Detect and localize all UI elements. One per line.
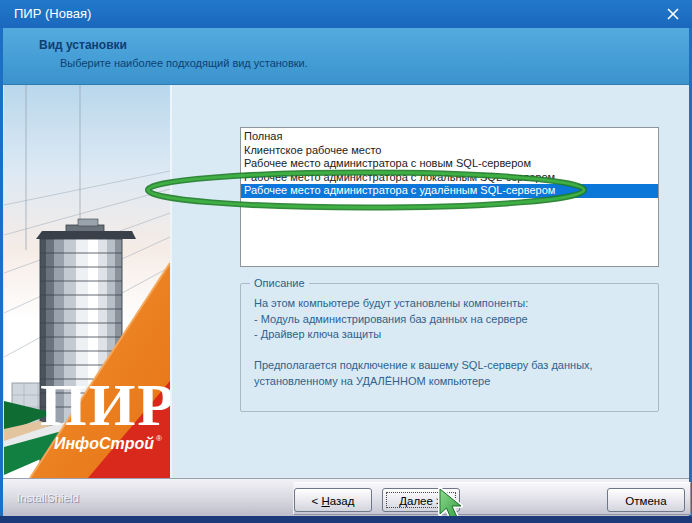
list-item-admin-remote-sql[interactable]: Рабочее место администратора с удалённым… bbox=[241, 184, 658, 198]
branding-artwork: ПИР ИнфоСтрой ® bbox=[4, 85, 172, 478]
installshield-brand: InstallShield bbox=[17, 492, 79, 504]
description-line: Предполагается подключение к вашему SQL-… bbox=[254, 358, 646, 374]
registered-mark: ® bbox=[156, 434, 162, 443]
wizard-header: Вид установки Выберите наиболее подходящ… bbox=[3, 28, 689, 85]
next-label-rest: алее > bbox=[407, 495, 443, 507]
list-item-full[interactable]: Полная bbox=[241, 130, 658, 144]
step-title: Вид установки bbox=[39, 38, 127, 52]
list-item-client[interactable]: Клиентское рабочее место bbox=[241, 144, 658, 158]
description-title: Описание bbox=[250, 277, 309, 289]
description-groupbox: Описание На этом компьютере будут устано… bbox=[240, 283, 659, 412]
description-line: - Модуль администрирования баз данных на… bbox=[254, 312, 646, 328]
description-line bbox=[254, 343, 646, 359]
logo-pir-text: ПИР bbox=[40, 372, 170, 438]
description-body: На этом компьютере будут установлены ком… bbox=[241, 284, 658, 389]
description-line: На этом компьютере будут установлены ком… bbox=[254, 296, 646, 312]
window-title: ПИР (Новая) bbox=[14, 6, 91, 21]
step-subtitle: Выберите наиболее подходящий вид установ… bbox=[60, 57, 308, 69]
install-type-listbox[interactable]: Полная Клиентское рабочее место Рабочее … bbox=[240, 127, 659, 267]
close-icon bbox=[663, 4, 683, 24]
next-label-mnemonic: Д bbox=[399, 495, 407, 507]
back-label-prefix: < bbox=[312, 495, 322, 507]
window-bottom-edge bbox=[0, 516, 692, 523]
description-line: - Драйвер ключа защиты bbox=[254, 327, 646, 343]
city-illustration: ПИР ИнфоСтрой ® bbox=[4, 85, 170, 478]
cancel-button[interactable]: Отмена bbox=[607, 488, 685, 512]
list-item-admin-new-sql[interactable]: Рабочее место администратора с новым SQL… bbox=[241, 157, 658, 171]
logo-infostroy-text: ИнфоСтрой bbox=[54, 435, 154, 452]
title-bar: ПИР (Новая) bbox=[0, 0, 692, 28]
installer-window: { "window": { "title": "ПИР (Новая)", "c… bbox=[0, 0, 692, 523]
back-button[interactable]: < Назад bbox=[294, 488, 372, 512]
list-item-admin-local-sql[interactable]: Рабочее место администратора с локальным… bbox=[241, 171, 658, 185]
close-button[interactable] bbox=[663, 4, 683, 24]
back-label-mnemonic: Н bbox=[321, 495, 329, 507]
next-button[interactable]: Далее > bbox=[382, 488, 460, 512]
description-line: установленному на УДАЛЁННОМ компьютере bbox=[254, 374, 646, 390]
back-label-rest: азад bbox=[330, 495, 355, 507]
